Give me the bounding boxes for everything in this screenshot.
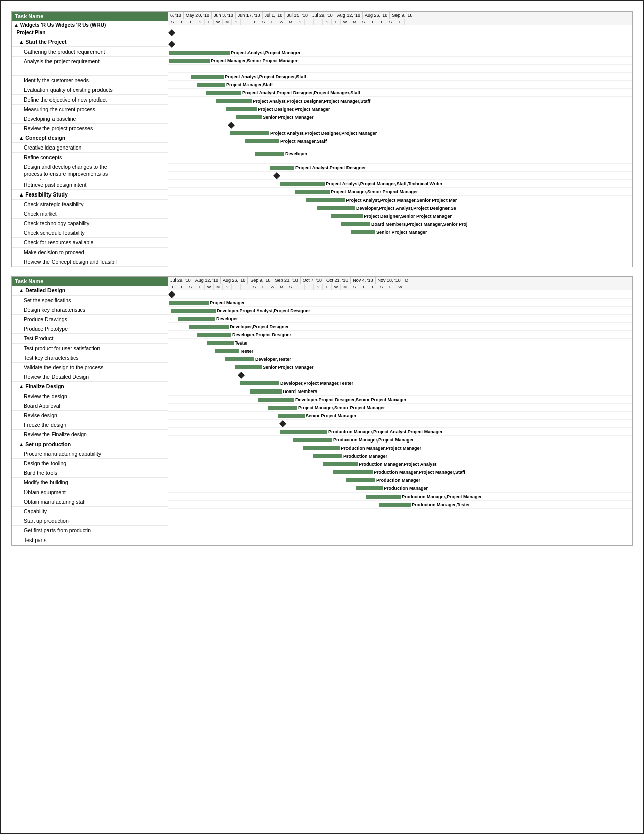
task-row: ▲ Concept design: [12, 133, 168, 143]
task-row: Test parts: [12, 535, 168, 545]
task-header-bottom: Task Name: [12, 277, 168, 286]
task-row: Evaluation quality of existing products: [12, 85, 168, 95]
task-row: Build the tools: [12, 468, 168, 478]
page: Task Name ▲ Widgets 'R Us Widgets 'R Us …: [0, 0, 644, 834]
task-row: Review the Finalize design: [12, 430, 168, 439]
task-row: Refine concepts: [12, 153, 168, 162]
task-row: ▲ Set up production: [12, 439, 168, 449]
task-row: Freeze the design: [12, 420, 168, 430]
task-row: Obtain equipment: [12, 487, 168, 497]
task-row: Review the Concept design and feasibil: [12, 257, 168, 267]
task-row: Obtain manufacturing staff: [12, 497, 168, 507]
task-row: Check strategic feasibility: [12, 200, 168, 209]
task-row: Define the objective of new product: [12, 95, 168, 105]
task-row: Produce Prototype: [12, 324, 168, 334]
task-row: Check technology capability: [12, 219, 168, 228]
task-row: ▲ Finalize Design: [12, 382, 168, 391]
task-row: Developing a baseline: [12, 114, 168, 124]
task-row: Test product for user satisfaction: [12, 344, 168, 353]
task-row: Design key characteristics: [12, 305, 168, 315]
task-row: Check market: [12, 209, 168, 219]
task-row: Start up production: [12, 516, 168, 526]
task-row: ▲ Widgets 'R Us Widgets 'R Us (WRU) Proj…: [12, 21, 168, 37]
task-row: Design the tooling: [12, 459, 168, 468]
task-row: Check schedule feasibility: [12, 228, 168, 238]
task-row: Review the Detailed Design: [12, 372, 168, 382]
task-row: Get first parts from productin: [12, 526, 168, 535]
task-row: Identify the customer needs: [12, 76, 168, 85]
task-row: Review the design: [12, 391, 168, 401]
task-row: Gathering the product requirement: [12, 47, 168, 57]
task-row: Revise design: [12, 411, 168, 420]
task-row: Design and develop changes to theprocess…: [12, 162, 168, 180]
task-row: Capability: [12, 507, 168, 516]
task-row: ▲ Start the Project: [12, 37, 168, 47]
task-row: [12, 66, 168, 76]
task-row: Test key charactersitics: [12, 353, 168, 363]
task-row: ▲ Detailed Design: [12, 286, 168, 296]
task-row: Analysis the project requirement: [12, 57, 168, 66]
task-row: Set the specificatins: [12, 296, 168, 305]
task-row: Review the project processes: [12, 124, 168, 133]
task-row: Creative idea generation: [12, 143, 168, 153]
task-row: Procure manufacturing capability: [12, 449, 168, 459]
task-row: Check for resources available: [12, 238, 168, 248]
task-row: Measuring the current process.: [12, 105, 168, 114]
task-row: Produce Drawings: [12, 315, 168, 324]
gantt-section-top: Task Name ▲ Widgets 'R Us Widgets 'R Us …: [11, 11, 633, 267]
chart-panel-bottom: Jul 29, '18 Aug 12, '18 Aug 26, '18 Sep …: [168, 277, 632, 545]
task-header-top: Task Name: [12, 12, 168, 21]
task-row: Retrieve past design intent: [12, 180, 168, 190]
task-row: Make decision to proceed: [12, 248, 168, 257]
gantt-section-bottom: Task Name ▲ Detailed Design Set the spec…: [11, 276, 633, 546]
task-panel-bottom: Task Name ▲ Detailed Design Set the spec…: [12, 277, 168, 545]
task-row: Modify the building: [12, 478, 168, 487]
task-panel-top: Task Name ▲ Widgets 'R Us Widgets 'R Us …: [12, 12, 168, 267]
task-row: ▲ Feasibility Study: [12, 190, 168, 200]
task-row: Test Product: [12, 334, 168, 344]
task-row: Validate the design to the process: [12, 363, 168, 372]
chart-panel-top: 6, '18 May 20, '18 Jun 3, '18 Jun 17, '1…: [168, 12, 632, 267]
task-row: Board Approval: [12, 401, 168, 411]
